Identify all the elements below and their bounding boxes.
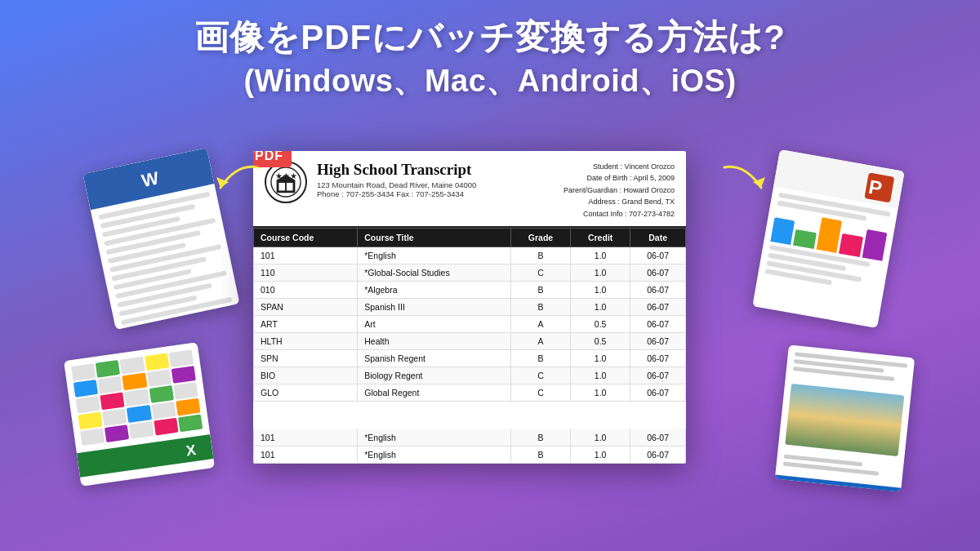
table-cell: 1.0 <box>571 298 630 315</box>
table-cell: *English <box>358 247 511 264</box>
chart-bar <box>793 229 816 249</box>
header-row: Course Code Course Title Grade Credit Da… <box>254 228 686 247</box>
table-cell: 1.0 <box>571 247 630 264</box>
table-cell: 06-07 <box>630 298 686 315</box>
student-address: Address : Grand Bend, TX <box>564 196 675 207</box>
visio-image <box>785 384 904 456</box>
table-cell: GLO <box>254 384 358 401</box>
table-cell: *Global-Social Studies <box>358 264 511 281</box>
excel-cell <box>105 424 129 442</box>
table-cell: 06-07 <box>630 429 686 446</box>
table-cell: 1.0 <box>571 384 630 401</box>
table-cell: 101 <box>254 429 358 446</box>
excel-cell <box>129 421 154 439</box>
excel-cell <box>178 415 203 433</box>
student-dob: Date of Birth : April 5, 2009 <box>564 172 675 184</box>
table-cell: Health <box>358 332 511 349</box>
table-cell: 1.0 <box>571 264 630 281</box>
col-grade: Grade <box>510 228 570 247</box>
table-cell: 1.0 <box>571 281 630 298</box>
table-row <box>254 401 686 415</box>
table-cell <box>254 401 358 415</box>
visio-document-card: V <box>775 344 915 491</box>
table-cell: B <box>510 429 570 446</box>
table-cell <box>510 415 570 429</box>
table-cell: Spanish Regent <box>358 349 511 367</box>
col-code: Course Code <box>254 228 358 247</box>
table-row: 101*EnglishB1.006-07 <box>254 247 686 264</box>
table-cell: Spanish III <box>358 298 511 315</box>
table-cell: 0.5 <box>571 332 630 349</box>
table-cell: 06-07 <box>630 264 686 281</box>
excel-cell <box>80 428 105 446</box>
chart-bar <box>839 233 862 257</box>
excel-cell <box>124 389 149 407</box>
table-cell: 1.0 <box>571 349 630 367</box>
document-title-block: High School Transcript 123 Mountain Road… <box>317 161 554 198</box>
student-parent: Parent/Guardian : Howard Orozco <box>564 184 675 196</box>
excel-cell <box>171 366 195 384</box>
table-cell: B <box>510 349 570 367</box>
transcript-table: Course Code Course Title Grade Credit Da… <box>253 228 686 464</box>
arrow-left <box>212 159 261 200</box>
excel-cell <box>98 376 122 394</box>
school-phone: Phone : 707-255-3434 Fax : 707-255-3434 <box>317 189 554 198</box>
svg-text:X: X <box>185 442 197 459</box>
table-cell: *English <box>358 429 511 446</box>
word-icon: W <box>133 163 164 194</box>
table-cell: 06-07 <box>630 446 686 463</box>
table-cell: 0.5 <box>571 315 630 332</box>
table-cell: 06-07 <box>630 247 686 264</box>
table-cell: 06-07 <box>630 315 686 332</box>
col-date: Date <box>630 228 686 247</box>
excel-icon: X <box>181 438 205 461</box>
excel-document-card: X <box>64 342 215 486</box>
table-row: 010*AlgebraB1.006-07 <box>254 281 686 298</box>
excel-grid <box>64 342 210 453</box>
table-cell: 06-07 <box>630 384 686 401</box>
chart-bar <box>862 229 887 261</box>
student-name: Student : Vincent Orozco <box>564 161 675 172</box>
table-header: Course Code Course Title Grade Credit Da… <box>254 228 686 247</box>
table-cell: Global Regent <box>358 384 511 401</box>
excel-cell <box>100 393 125 411</box>
table-cell: 06-07 <box>630 281 686 298</box>
word-body <box>91 184 240 330</box>
table-cell: Art <box>358 315 511 332</box>
excel-cell <box>96 360 120 378</box>
table-cell: SPN <box>254 349 358 367</box>
table-cell: ART <box>254 315 358 332</box>
excel-cell <box>149 385 173 403</box>
excel-cell <box>71 363 96 381</box>
table-cell: *English <box>358 446 511 463</box>
table-row: 101*EnglishB1.006-07 <box>254 429 686 446</box>
table-cell: SPAN <box>254 298 358 315</box>
visio-line <box>783 461 880 475</box>
excel-cell <box>145 353 169 371</box>
excel-cell <box>102 408 127 426</box>
table-cell: C <box>510 384 570 401</box>
table-cell: 1.0 <box>571 446 630 463</box>
excel-cell <box>147 369 172 387</box>
excel-cell <box>78 412 102 430</box>
table-cell: *Algebra <box>358 281 511 298</box>
table-cell: 06-07 <box>630 349 686 367</box>
table-cell: 1.0 <box>571 429 630 446</box>
table-cell: 1.0 <box>571 367 630 384</box>
excel-cell <box>76 396 100 414</box>
table-cell <box>630 415 686 429</box>
document-header: ★★★ High School Transcript 123 Mountain … <box>253 151 686 228</box>
table-cell <box>358 401 511 415</box>
school-logo-icon: ★★★ <box>270 167 301 198</box>
excel-cell <box>154 418 178 436</box>
table-cell: 101 <box>254 247 358 264</box>
table-cell <box>358 415 511 429</box>
excel-cell <box>173 382 198 400</box>
title-area: 画像をPDFにバッチ変換する方法は? (Windows、Mac、Android、… <box>0 15 980 102</box>
table-cell: HLTH <box>254 332 358 349</box>
svg-rect-13 <box>278 183 285 191</box>
excel-cell <box>169 349 194 367</box>
col-credit: Credit <box>571 228 630 247</box>
table-row: BIOBiology RegentC1.006-07 <box>254 367 686 384</box>
table-cell <box>630 401 686 415</box>
